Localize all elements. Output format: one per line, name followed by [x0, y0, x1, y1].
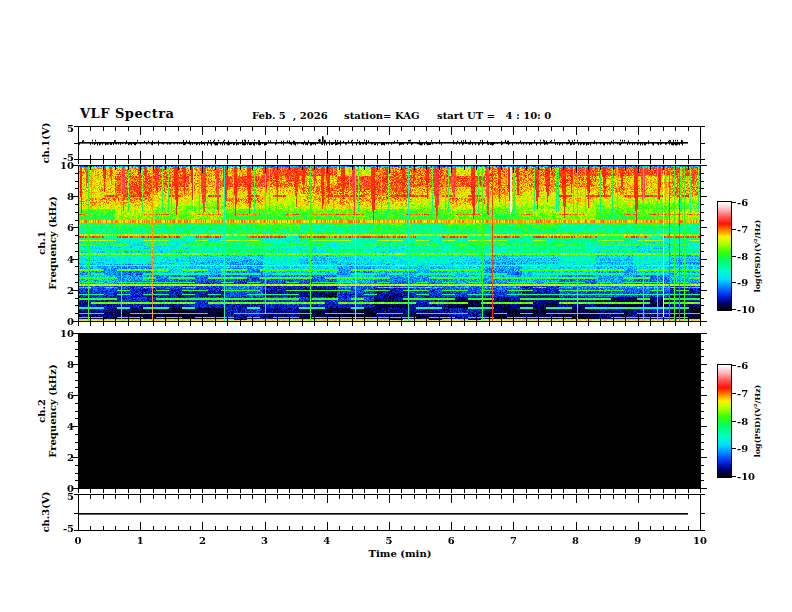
volt-tick-label: -5 [63, 523, 74, 534]
colorbar-tick-label: -8 [737, 415, 748, 426]
colorbar-tick-label: -10 [737, 304, 755, 315]
freq-tick-label: 4 [67, 253, 74, 264]
freq-tick-label: 8 [67, 359, 74, 370]
colorbar-tick-label: -10 [737, 471, 755, 482]
colorbar-tick-label: -9 [737, 277, 748, 288]
x-tick-label: 6 [448, 535, 455, 546]
x-tick-label: 4 [323, 535, 330, 546]
freq-tick-label: 2 [67, 452, 74, 463]
vlf-spectra-figure: VLF Spectra Feb. 5 , 2026 station= KAG s… [0, 0, 792, 612]
colorbar-tick-label: -9 [737, 443, 748, 454]
colorbar-tick-label: -7 [737, 387, 748, 398]
x-tick-label: 0 [75, 535, 82, 546]
x-tick-label: 8 [572, 535, 579, 546]
freq-tick-label: 6 [67, 390, 74, 401]
x-tick-label: 10 [693, 535, 707, 546]
freq-tick-label: 2 [67, 284, 74, 295]
volt-tick-label: 5 [67, 123, 74, 134]
colorbar-tick-label: -6 [737, 360, 748, 371]
x-tick-label: 3 [261, 535, 268, 546]
colorbar-tick-label: -8 [737, 250, 748, 261]
colorbar-tick-label: -7 [737, 223, 748, 234]
x-tick-label: 9 [634, 535, 641, 546]
volt-tick-label: 5 [67, 491, 74, 502]
x-tick-label: 5 [386, 535, 393, 546]
freq-tick-label: 10 [60, 328, 74, 339]
freq-tick-label: 4 [67, 421, 74, 432]
x-tick-label: 7 [510, 535, 517, 546]
freq-tick-label: 0 [67, 316, 74, 327]
freq-tick-label: 6 [67, 222, 74, 233]
x-tick-label: 2 [199, 535, 206, 546]
x-tick-label: 1 [137, 535, 144, 546]
freq-tick-label: 8 [67, 191, 74, 202]
colorbar-tick-label: -6 [737, 197, 748, 208]
axes-overlay-canvas [0, 0, 792, 612]
volt-tick-label: -5 [63, 152, 74, 163]
